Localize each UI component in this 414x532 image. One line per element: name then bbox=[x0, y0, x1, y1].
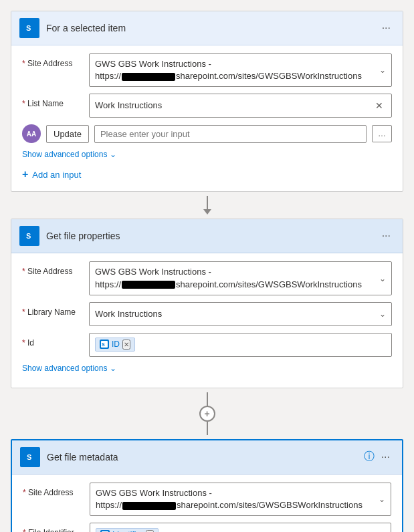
connector2-plus-button[interactable]: + bbox=[199, 406, 215, 422]
card2-url-redacted bbox=[122, 281, 175, 289]
card3-file-picker-button[interactable]: ◻ bbox=[377, 529, 385, 532]
card-get-file-properties: S Get file properties ··· Site Address G… bbox=[11, 219, 403, 388]
connector2: + bbox=[11, 388, 403, 439]
card3-file-identifier-field[interactable]: S Identifier ✕ ◻ bbox=[90, 523, 391, 532]
card2-id-field[interactable]: S ID ✕ bbox=[89, 333, 392, 357]
card3-info-button[interactable]: ⓘ bbox=[361, 447, 377, 467]
card3-file-identifier-row: File Identifier S Identifier ✕ ◻ bbox=[23, 523, 391, 532]
svg-text:S: S bbox=[102, 342, 105, 347]
card3-site-chevron-icon: ⌄ bbox=[379, 495, 385, 504]
connector2-line-top bbox=[207, 392, 208, 406]
card1-site-address-field[interactable]: GWS GBS Work Instructions - https://shar… bbox=[89, 53, 392, 87]
connector2-line-bottom bbox=[207, 422, 208, 435]
card1-input-field[interactable] bbox=[94, 125, 367, 143]
card3-url-redacted bbox=[122, 502, 176, 510]
connector1 bbox=[11, 192, 403, 219]
svg-text:S: S bbox=[26, 232, 31, 240]
card1-advanced-options[interactable]: Show advanced options ⌄ bbox=[22, 150, 392, 159]
card-get-file-metadata: S Get file metadata ⓘ ··· Site Address G… bbox=[11, 439, 403, 532]
card2-id-tag-remove-button[interactable]: ✕ bbox=[122, 340, 130, 350]
card3-site-address-row: Site Address GWS GBS Work Instructions -… bbox=[23, 483, 391, 516]
card2-site-chevron-icon: ⌄ bbox=[379, 274, 386, 283]
card1-chevron-icon: ⌄ bbox=[110, 150, 116, 159]
card1-avatar: AA bbox=[22, 124, 41, 143]
card2-header: S Get file properties ··· bbox=[11, 219, 403, 253]
card1-site-chevron-icon: ⌄ bbox=[379, 65, 386, 75]
card3-identifier-tag: S Identifier ✕ bbox=[96, 528, 159, 532]
card1-header: S For a selected item ··· bbox=[11, 11, 403, 45]
card1-list-name-row: List Name Work Instructions ✕ bbox=[22, 94, 392, 118]
card1-title: For a selected item bbox=[46, 23, 378, 33]
card2-sharepoint-icon: S bbox=[19, 226, 39, 246]
card1-menu-button[interactable]: ··· bbox=[378, 19, 395, 37]
card3-site-address-label: Site Address bbox=[23, 483, 90, 497]
card2-id-tag: S ID ✕ bbox=[95, 338, 135, 352]
card2-advanced-options[interactable]: Show advanced options ⌄ bbox=[22, 364, 392, 373]
card1-add-input[interactable]: + Add an input bbox=[22, 166, 392, 183]
card2-site-address-label: Site Address bbox=[22, 261, 89, 276]
card2-tag-sp-icon: S bbox=[100, 340, 109, 349]
card1-body: Site Address GWS GBS Work Instructions -… bbox=[11, 45, 403, 191]
svg-text:S: S bbox=[26, 24, 31, 32]
card2-site-address-text: GWS GBS Work Instructions - https://shar… bbox=[95, 266, 377, 290]
card3-site-address-text: GWS GBS Work Instructions - https://shar… bbox=[96, 487, 376, 511]
card2-site-address-row: Site Address GWS GBS Work Instructions -… bbox=[22, 261, 392, 295]
card1-site-address-row: Site Address GWS GBS Work Instructions -… bbox=[22, 53, 392, 87]
card3-header: S Get file metadata ⓘ ··· bbox=[12, 440, 402, 475]
card1-more-button[interactable]: … bbox=[372, 125, 392, 142]
connector1-line bbox=[207, 196, 208, 209]
card2-body: Site Address GWS GBS Work Instructions -… bbox=[11, 253, 403, 387]
card1-list-name-label: List Name bbox=[22, 94, 89, 108]
card2-chevron-icon: ⌄ bbox=[110, 364, 116, 373]
card2-library-name-text: Work Instructions bbox=[95, 308, 377, 320]
card1-input-row: AA Update … bbox=[22, 124, 392, 143]
card2-id-row: Id S ID ✕ bbox=[22, 333, 392, 357]
card1-site-address-label: Site Address bbox=[22, 53, 89, 68]
card2-menu-button[interactable]: ··· bbox=[378, 227, 395, 245]
card1-list-name-field[interactable]: Work Instructions ✕ bbox=[89, 94, 392, 118]
card1-site-address-text: GWS GBS Work Instructions - https://shar… bbox=[95, 58, 377, 82]
card3-site-address-field[interactable]: GWS GBS Work Instructions - https://shar… bbox=[90, 483, 391, 516]
svg-text:S: S bbox=[27, 453, 31, 461]
card2-library-name-field[interactable]: Work Instructions ⌄ bbox=[89, 302, 392, 326]
card1-url-redacted bbox=[122, 73, 175, 81]
card2-library-name-row: Library Name Work Instructions ⌄ bbox=[22, 302, 392, 326]
card3-sharepoint-icon: S bbox=[20, 447, 40, 467]
card3-body: Site Address GWS GBS Work Instructions -… bbox=[12, 475, 402, 532]
card1-list-name-clear-button[interactable]: ✕ bbox=[373, 100, 386, 111]
card3-title: Get file metadata bbox=[47, 452, 361, 462]
card1-sharepoint-icon: S bbox=[19, 18, 39, 38]
card1-list-name-text: Work Instructions bbox=[95, 100, 373, 112]
card3-file-identifier-label: File Identifier bbox=[23, 523, 90, 532]
card2-title: Get file properties bbox=[46, 231, 378, 241]
card1-update-button[interactable]: Update bbox=[46, 125, 89, 143]
card2-library-name-label: Library Name bbox=[22, 302, 89, 317]
card3-menu-button[interactable]: ··· bbox=[377, 448, 394, 466]
card2-library-chevron-icon: ⌄ bbox=[379, 309, 386, 319]
card3-identifier-tag-remove-button[interactable]: ✕ bbox=[146, 530, 154, 532]
card2-site-address-field[interactable]: GWS GBS Work Instructions - https://shar… bbox=[89, 261, 392, 295]
card2-id-label: Id bbox=[22, 333, 89, 348]
card-for-selected-item: S For a selected item ··· Site Address G… bbox=[11, 11, 403, 192]
connector1-arrow bbox=[203, 209, 211, 215]
card1-plus-icon: + bbox=[22, 168, 28, 180]
